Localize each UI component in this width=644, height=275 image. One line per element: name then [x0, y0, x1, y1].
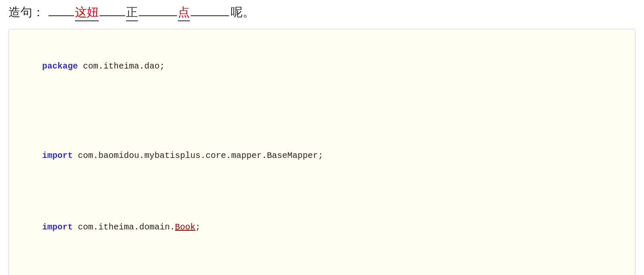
code-line-blank1 — [22, 93, 622, 111]
code-package-text: com.itheima.dao; — [78, 61, 165, 71]
code-line-blank2 — [22, 111, 622, 129]
word1: 这妞 — [75, 4, 99, 21]
import2-suffix: ; — [195, 222, 200, 232]
blank3 — [139, 4, 177, 16]
import1-text: com.baomidou.mybatisplus.core.mapper.Bas… — [73, 151, 323, 160]
word2: 正 — [126, 4, 138, 21]
sentence-label: 造句： — [9, 4, 44, 20]
sentence-end: 呢。 — [231, 4, 255, 20]
code-line-import1: import com.baomidou.mybatisplus.core.map… — [22, 129, 622, 183]
blank2 — [100, 4, 125, 16]
code-line-import2: import com.itheima.domain.Book; — [22, 201, 622, 254]
word3: 点 — [178, 4, 190, 21]
kw-package: package — [42, 61, 78, 71]
kw-import1: import — [42, 151, 73, 160]
kw-import2: import — [42, 222, 73, 232]
code-line-blank3 — [22, 183, 622, 201]
import2-book: Book — [175, 222, 195, 232]
code-block: package com.itheima.dao; import com.baom… — [9, 29, 635, 275]
code-line-1: package com.itheima.dao; — [22, 40, 622, 93]
blank4 — [191, 4, 229, 16]
code-line-blank4 — [22, 254, 622, 272]
sentence-area: 造句： 这妞 正 点 呢。 — [9, 4, 635, 21]
import2-prefix: com.itheima.domain. — [73, 222, 175, 232]
blank1 — [49, 4, 74, 16]
code-line-import3: import org.apache.ibatis.annotations.Map… — [22, 272, 622, 275]
